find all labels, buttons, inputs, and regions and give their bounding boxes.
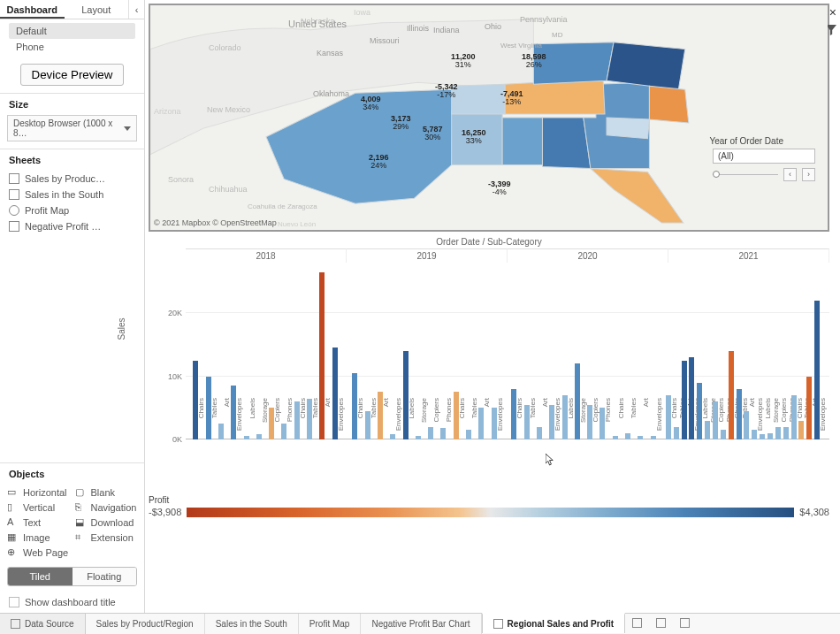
sheet-item[interactable]: Profit Map — [4, 202, 141, 218]
chevron-down-icon — [124, 126, 131, 131]
chart-title: Order Date / Sub-Category — [149, 237, 829, 247]
next-icon[interactable]: › — [802, 168, 815, 181]
sheet-icon — [9, 173, 19, 184]
year-header: 2019 — [347, 248, 508, 263]
checkbox-icon — [9, 597, 19, 607]
category-label: Tables — [210, 398, 218, 442]
layout-mode-toggle[interactable]: Tiled Floating — [7, 567, 137, 586]
category-label: Envelopes — [394, 398, 402, 442]
new-worksheet-icon[interactable] — [625, 618, 649, 630]
new-dashboard-icon[interactable] — [649, 618, 673, 630]
state-value: -3,399-4% — [488, 180, 511, 197]
category-label: Art — [382, 398, 390, 442]
object-icon: ▭ — [7, 486, 19, 498]
sheet-icon — [9, 221, 19, 232]
object-image[interactable]: ▦Image — [7, 531, 70, 543]
bottom-tab[interactable]: Regional Sales and Profit — [482, 613, 626, 633]
object-icon: A — [7, 516, 19, 528]
object-vertical[interactable]: ▯Vertical — [7, 501, 70, 513]
collapse-sidebar-icon[interactable]: ‹ — [128, 0, 144, 19]
objects-header: Objects — [0, 462, 144, 483]
floating-button[interactable]: Floating — [73, 568, 137, 585]
tiled-button[interactable]: Tiled — [8, 568, 73, 585]
state-value: 11,20031% — [451, 53, 476, 70]
category-label: Phones — [604, 398, 612, 442]
category-label: Chairs — [356, 398, 364, 442]
category-label: Envelopes — [655, 398, 663, 442]
object-blank[interactable]: ▢Blank — [75, 486, 138, 498]
category-label: Envelopes — [819, 398, 827, 442]
bottom-tab[interactable]: Profit Map — [299, 614, 362, 634]
bottom-tab[interactable]: Sales by Product/Region — [86, 614, 205, 634]
category-label: Tables — [370, 398, 378, 442]
sheet-item[interactable]: Negative Profit … — [4, 218, 141, 234]
device-preview-button[interactable]: Device Preview — [20, 64, 125, 86]
category-label: Copiers — [273, 398, 281, 442]
state-value: -5,342-17% — [435, 83, 458, 100]
state-value: 4,00934% — [361, 95, 381, 112]
bar-chart: Order Date / Sub-Category 20182019202020… — [149, 237, 829, 502]
new-story-icon[interactable] — [673, 618, 697, 630]
filter-slider[interactable]: ‹ › — [713, 168, 815, 181]
category-label: Storage — [261, 398, 269, 442]
filter-title: Year of Order Date — [709, 136, 783, 146]
object-text[interactable]: AText — [7, 516, 70, 528]
dashboard-icon — [493, 619, 503, 629]
close-icon[interactable]: × — [829, 5, 836, 19]
year-header: 2020 — [508, 248, 668, 263]
category-label: Chairs — [458, 398, 466, 442]
tab-layout[interactable]: Layout — [65, 0, 129, 19]
prev-icon[interactable]: ‹ — [783, 168, 797, 181]
size-header: Size — [0, 93, 144, 113]
object-icon: ⌗ — [75, 531, 87, 543]
device-default[interactable]: Default — [9, 23, 135, 39]
sheet-item[interactable]: Sales by Produc… — [4, 171, 141, 187]
category-label: Tables — [630, 398, 638, 442]
object-web-page[interactable]: ⊕Web Page — [7, 546, 70, 558]
category-label: Chairs — [299, 398, 307, 442]
state-value: -7,491-13% — [500, 90, 523, 107]
object-icon: ▦ — [7, 531, 19, 543]
y-axis: Sales 0K10K20K — [150, 263, 184, 439]
size-select[interactable]: Desktop Browser (1000 x 8… — [7, 115, 137, 141]
category-label: Tables — [529, 398, 537, 442]
show-title-checkbox[interactable]: Show dashboard title — [0, 592, 144, 613]
category-label: Tables — [311, 398, 319, 442]
map-container[interactable]: × United States Missouri K — [149, 4, 829, 232]
category-label: Art — [324, 398, 332, 442]
category-label: Envelopes — [337, 398, 345, 442]
category-label: Art — [642, 398, 650, 442]
object-extension[interactable]: ⌗Extension — [75, 531, 138, 543]
device-phone[interactable]: Phone — [9, 39, 135, 55]
dashboard-sidebar: Dashboard Layout ‹ Default Phone Device … — [0, 0, 145, 613]
category-label: Tables — [470, 398, 478, 442]
category-label: Chairs — [617, 398, 625, 442]
legend-max: $4,308 — [799, 507, 829, 517]
dashboard-canvas: × United States Missouri K — [145, 0, 840, 613]
show-title-label: Show dashboard title — [25, 597, 116, 607]
category-label: Envelopes — [235, 398, 243, 442]
bottom-tab[interactable]: Sales in the South — [205, 614, 299, 634]
category-label: Envelopes — [496, 398, 504, 442]
object-horizontal[interactable]: ▭Horizontal — [7, 486, 70, 498]
bottom-tab[interactable]: Negative Profit Bar Chart — [361, 614, 481, 634]
state-value: 16,25033% — [462, 129, 486, 146]
category-label: Art — [223, 398, 231, 442]
category-label: Phones — [286, 398, 294, 442]
category-label: Phones — [445, 398, 453, 442]
category-label: Copiers — [432, 398, 440, 442]
category-label: Chairs — [197, 398, 205, 442]
filter-value[interactable]: (All) — [713, 149, 815, 164]
object-navigation[interactable]: ⎘Navigation — [75, 501, 138, 513]
datasource-icon — [11, 619, 20, 629]
state-value: 2,19624% — [369, 154, 389, 171]
tab-dashboard[interactable]: Dashboard — [0, 0, 65, 19]
category-label: Labels — [408, 398, 416, 442]
object-download[interactable]: ⬓Download — [75, 516, 138, 528]
sheet-item[interactable]: Sales in the South — [4, 187, 141, 202]
datasource-tab[interactable]: Data Source — [0, 614, 86, 634]
slider-handle[interactable] — [713, 171, 720, 178]
category-label: Art — [541, 398, 549, 442]
legend-gradient — [187, 508, 794, 517]
category-label: Labels — [248, 398, 256, 442]
